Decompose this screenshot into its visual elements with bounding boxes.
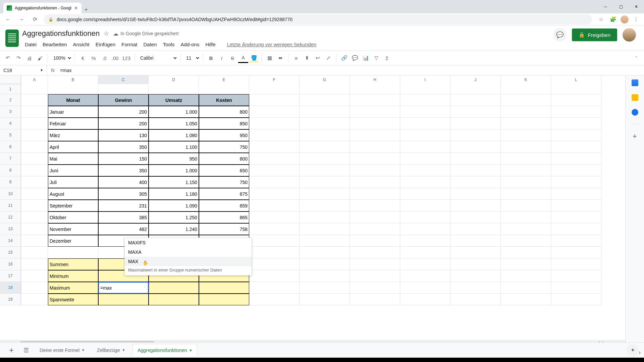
cell[interactable] <box>551 247 601 258</box>
cell[interactable] <box>551 165 601 176</box>
cell[interactable] <box>350 200 400 212</box>
cell[interactable] <box>501 188 551 200</box>
col-header-f[interactable]: F <box>249 75 300 84</box>
cell[interactable] <box>551 223 601 235</box>
cell[interactable]: Januar <box>48 106 98 118</box>
chevron-down-icon[interactable]: ▼ <box>189 349 192 352</box>
cell[interactable] <box>249 176 300 188</box>
chevron-down-icon[interactable]: ▼ <box>122 348 125 352</box>
new-tab-button[interactable]: + <box>82 6 91 13</box>
cell[interactable] <box>450 223 501 235</box>
increase-decimal-icon[interactable]: .00 <box>110 53 120 63</box>
cell[interactable] <box>450 176 501 188</box>
cell[interactable] <box>501 294 551 305</box>
cell[interactable] <box>98 294 149 305</box>
cell[interactable]: 305 <box>98 188 149 200</box>
cell[interactable] <box>249 212 300 223</box>
cell[interactable] <box>21 235 48 247</box>
cell[interactable]: 650 <box>199 165 249 176</box>
cell[interactable] <box>149 282 199 294</box>
cell[interactable] <box>350 153 400 165</box>
profile-avatar-icon[interactable] <box>621 15 629 23</box>
cell[interactable] <box>350 258 400 270</box>
cell[interactable] <box>400 212 450 223</box>
collapse-toolbar-icon[interactable]: ˆ <box>631 53 641 63</box>
cell[interactable]: 400 <box>98 176 149 188</box>
formula-input[interactable]: =max <box>59 68 644 73</box>
undo-icon[interactable]: ↶ <box>3 53 13 63</box>
col-header-i[interactable]: I <box>400 75 450 84</box>
cell[interactable]: 865 <box>199 212 249 223</box>
cell[interactable] <box>249 258 300 270</box>
cell[interactable] <box>501 165 551 176</box>
add-addon-icon[interactable]: + <box>633 132 637 141</box>
cell[interactable] <box>501 200 551 212</box>
cell[interactable] <box>21 153 48 165</box>
cell[interactable]: September <box>48 200 98 212</box>
share-button[interactable]: 🔒 Freigeben <box>572 28 617 41</box>
cell[interactable] <box>450 153 501 165</box>
cell[interactable]: 1.250 <box>149 212 199 223</box>
cell[interactable] <box>400 270 450 282</box>
row-header[interactable]: 17 <box>0 270 21 282</box>
cell[interactable] <box>350 129 400 141</box>
cell[interactable] <box>300 153 350 165</box>
sheets-logo-icon[interactable] <box>5 29 19 47</box>
cell[interactable] <box>551 84 601 94</box>
cell[interactable] <box>400 84 450 94</box>
cell[interactable] <box>21 294 48 305</box>
user-avatar-icon[interactable] <box>623 28 636 42</box>
row-header[interactable]: 10 <box>0 188 21 200</box>
cell[interactable] <box>300 223 350 235</box>
cell[interactable] <box>300 212 350 223</box>
cell[interactable] <box>350 94 400 106</box>
cell[interactable] <box>450 200 501 212</box>
cell[interactable] <box>300 176 350 188</box>
cell[interactable] <box>400 153 450 165</box>
rotate-icon[interactable]: ⤢ <box>323 53 333 63</box>
cell[interactable] <box>400 294 450 305</box>
cell[interactable] <box>249 247 300 258</box>
cell[interactable] <box>400 129 450 141</box>
cell[interactable] <box>350 176 400 188</box>
cell[interactable] <box>300 282 350 294</box>
cell[interactable] <box>249 153 300 165</box>
select-all-corner[interactable] <box>0 75 21 84</box>
cell[interactable] <box>21 165 48 176</box>
row-header[interactable]: 18 <box>0 282 21 294</box>
cell[interactable] <box>450 94 501 106</box>
col-header-e[interactable]: E <box>199 75 249 84</box>
cell[interactable] <box>551 129 601 141</box>
col-header-g[interactable]: G <box>300 75 350 84</box>
number-format-select[interactable]: 123 <box>121 53 132 63</box>
percent-icon[interactable]: % <box>89 53 99 63</box>
row-header[interactable]: 14 <box>0 235 21 247</box>
cell[interactable] <box>21 94 48 106</box>
star-url-icon[interactable]: ☆ <box>596 16 606 22</box>
cell[interactable] <box>350 294 400 305</box>
cell[interactable] <box>501 94 551 106</box>
cell[interactable] <box>300 270 350 282</box>
cell[interactable] <box>450 106 501 118</box>
print-icon[interactable]: 🖨 <box>24 53 34 63</box>
cell[interactable] <box>400 223 450 235</box>
cell[interactable] <box>501 258 551 270</box>
cell[interactable] <box>400 258 450 270</box>
cell[interactable] <box>501 282 551 294</box>
cell[interactable]: 200 <box>98 118 149 129</box>
cell[interactable] <box>551 200 601 212</box>
cell[interactable] <box>450 270 501 282</box>
cell[interactable] <box>21 176 48 188</box>
row-header[interactable]: 4 <box>0 118 21 129</box>
cell[interactable]: 750 <box>199 141 249 153</box>
row-header[interactable]: 13 <box>0 223 21 235</box>
cell[interactable] <box>300 141 350 153</box>
cell[interactable]: 1.050 <box>149 118 199 129</box>
cell[interactable]: 482 <box>98 223 149 235</box>
calendar-icon[interactable] <box>632 79 638 86</box>
cell[interactable]: 859 <box>199 200 249 212</box>
cell[interactable] <box>501 153 551 165</box>
chevron-down-icon[interactable]: ▼ <box>82 348 85 352</box>
cell[interactable] <box>501 129 551 141</box>
cell[interactable] <box>249 200 300 212</box>
